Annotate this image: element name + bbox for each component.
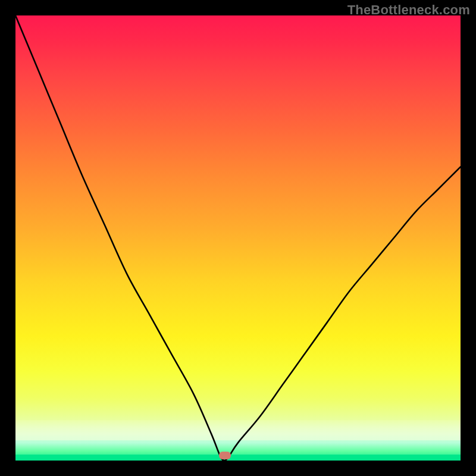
watermark-text: TheBottleneck.com xyxy=(347,2,470,18)
chart-frame: TheBottleneck.com xyxy=(0,0,476,476)
plot-area xyxy=(15,15,461,461)
bottleneck-curve xyxy=(15,15,461,461)
optimal-point-marker xyxy=(219,452,231,459)
